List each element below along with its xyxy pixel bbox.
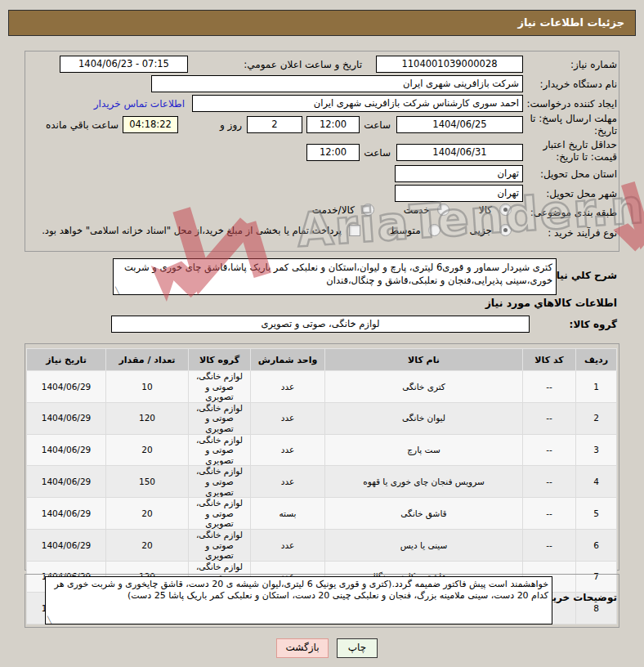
time-remaining-label: ساعت باقي مانده <box>46 119 119 132</box>
cell-group: لوازم خانگی، صوتی و تصویری <box>189 529 251 561</box>
need-description-textarea[interactable]: کتری شیردار سماور و قوری6 لیتری، پارچ و … <box>113 258 557 295</box>
page-title: جزئیات اطلاعات نیاز <box>8 10 636 36</box>
items-section-title: اطلاعات کالاهاي مورد نیاز <box>485 297 617 309</box>
need-number-field[interactable]: 1104001039000028 <box>376 56 523 73</box>
table-row: 6--سینی یا دیسعددلوازم خانگی، صوتی و تصو… <box>27 529 617 561</box>
cell-code: -- <box>523 529 576 561</box>
cell-row: 3 <box>576 434 617 466</box>
reply-deadline-time-field[interactable]: 12:00 <box>306 116 360 133</box>
table-header-row: ردیفکد کالانام کالاواحد شمارشگروه کالاتع… <box>27 349 617 371</box>
option-motevaset: متوسط <box>390 224 441 236</box>
column-header: گروه کالا <box>189 349 251 371</box>
cell-unit: بسته <box>251 498 325 530</box>
radio-kala-khedmat[interactable] <box>362 204 374 216</box>
cell-code: -- <box>523 466 576 498</box>
cell-row: 1 <box>576 371 617 403</box>
cell-name: سینی یا دیس <box>325 529 523 561</box>
column-header: ردیف <box>576 349 617 371</box>
reply-deadline-hour-label: ساعت <box>364 119 391 132</box>
cell-qty: 10 <box>106 371 189 403</box>
cell-date: 1404/06/29 <box>27 466 106 498</box>
radio-kala[interactable] <box>499 204 512 216</box>
buyer-org-label: نام دستگاه خریدار: <box>540 78 618 91</box>
creator-label: ایجاد کننده درخواست: <box>526 98 617 110</box>
city-label: شهر محل تحویل: <box>546 188 617 200</box>
process-type-label: نوع فرآیند خرید : <box>548 227 617 239</box>
treasury-checkbox-label: پرداخت تمام یا بخشی از مبلغ خرید،از محل … <box>42 225 342 236</box>
resize-handle-icon[interactable]: ╲ <box>47 617 51 624</box>
reply-deadline-days-field[interactable]: 2 <box>247 116 302 133</box>
treasury-checkbox[interactable] <box>349 225 360 236</box>
table-row: 2--لیوان خانگیعددلوازم خانگی، صوتی و تصو… <box>27 402 617 434</box>
option-motevaset-label: متوسط <box>390 225 421 236</box>
need-description-label: شرح کلي نیاز: <box>547 270 617 282</box>
option-khedmat-label: خدمت <box>404 204 430 216</box>
cell-qty: 20 <box>106 498 189 530</box>
cell-date: 1404/06/29 <box>27 371 106 403</box>
reply-deadline-date-field[interactable]: 1404/06/25 <box>396 116 523 133</box>
announce-field[interactable]: 1404/06/23 - 07:15 <box>60 56 188 73</box>
price-validity-date-field[interactable]: 1404/06/31 <box>396 144 523 161</box>
radio-motevaset[interactable] <box>428 224 441 236</box>
item-group-field[interactable]: لوازم خانگی، صوتی و تصویری <box>111 316 530 333</box>
province-label: استان محل تحویل: <box>540 168 617 181</box>
process-type-options: جزیی متوسط پرداخت تمام یا بخشی از مبلغ خ… <box>42 224 512 236</box>
back-button[interactable]: بازگشت <box>276 638 329 658</box>
column-header: تاریخ نیاز <box>27 349 106 371</box>
cell-group: لوازم خانگی، صوتی و تصویری <box>189 466 251 498</box>
cell-unit: عدد <box>251 402 325 434</box>
cell-unit: عدد <box>251 466 325 498</box>
resize-handle-icon[interactable]: ╲ <box>115 288 119 294</box>
cell-date: 1404/06/29 <box>27 402 106 434</box>
announce-label: تاریخ و ساعت اعلان عمومي: <box>244 59 362 71</box>
cell-qty: 20 <box>106 529 189 561</box>
option-kala-label: کالا <box>479 204 492 216</box>
table-row: 1--کتری خانگیعددلوازم خانگی، صوتی و تصوی… <box>27 371 617 403</box>
cell-group: لوازم خانگی، صوتی و تصویری <box>189 402 251 434</box>
cell-name: قاشق خانگی <box>325 498 523 530</box>
option-kala: کالا <box>479 204 512 216</box>
cell-unit: عدد <box>251 529 325 561</box>
cell-name: لیوان خانگی <box>325 402 523 434</box>
cell-qty: 120 <box>106 402 189 434</box>
cell-name: کتری خانگی <box>325 371 523 403</box>
radio-khedmat[interactable] <box>437 204 449 216</box>
cell-code: -- <box>523 498 576 530</box>
radio-jozii[interactable] <box>499 224 512 236</box>
cell-qty: 20 <box>106 434 189 466</box>
city-field[interactable]: تهران <box>395 185 523 202</box>
price-validity-time-field[interactable]: 12:00 <box>306 144 360 161</box>
buyer-contact-link[interactable]: اطلاعات تماس خریدار <box>94 98 185 110</box>
price-validity-hour-label: ساعت <box>364 147 391 159</box>
page: { "page": { "title": "جزئیات اطلاعات نیا… <box>0 0 644 667</box>
print-button[interactable]: چاپ <box>337 638 378 658</box>
column-header: تعداد / مقدار <box>106 349 189 371</box>
province-field[interactable]: تهران <box>395 165 523 182</box>
table-row: 4--سرویس فنجان چای خوری یا قهوهعددلوازم … <box>27 466 617 498</box>
option-jozii: جزیی <box>470 224 512 236</box>
cell-row: 5 <box>576 498 617 530</box>
column-header: واحد شمارش <box>251 349 325 371</box>
subject-class-options: کالا خدمت کالا/خدمت <box>291 204 512 216</box>
cell-row: 2 <box>576 402 617 434</box>
creator-field[interactable]: احمد سوری کارشناس شرکت بازافرینی شهری ای… <box>192 95 523 112</box>
cell-date: 1404/06/29 <box>27 498 106 530</box>
cell-row: 4 <box>576 466 617 498</box>
buyer-notes-text: خواهشمند است پیش فاکتور ضمیمه گردد.(کتری… <box>55 579 548 601</box>
reply-deadline-label: مهلت ارسال پاسخ: تا تاریخ: <box>525 113 617 137</box>
treasury-payment-option: پرداخت تمام یا بخشی از مبلغ خرید،از محل … <box>42 225 360 236</box>
buyer-org-field[interactable]: شرکت بازافرینی شهری ایران <box>151 75 523 92</box>
buyer-notes-textarea[interactable]: خواهشمند است پیش فاکتور ضمیمه گردد.(کتری… <box>45 576 552 624</box>
option-khedmat: خدمت <box>404 204 449 216</box>
cell-name: ست پارچ <box>325 434 523 466</box>
cell-unit: عدد <box>251 371 325 403</box>
column-header: کد کالا <box>523 349 576 371</box>
cell-unit: عدد <box>251 434 325 466</box>
cell-qty: 150 <box>106 466 189 498</box>
cell-code: -- <box>523 434 576 466</box>
time-remaining-field[interactable]: 04:18:22 <box>123 116 178 133</box>
option-kala-khedmat: کالا/خدمت <box>312 204 374 216</box>
cell-group: لوازم خانگی، صوتی و تصویری <box>189 371 251 403</box>
cell-code: -- <box>523 371 576 403</box>
option-kala-khedmat-label: کالا/خدمت <box>312 204 355 216</box>
